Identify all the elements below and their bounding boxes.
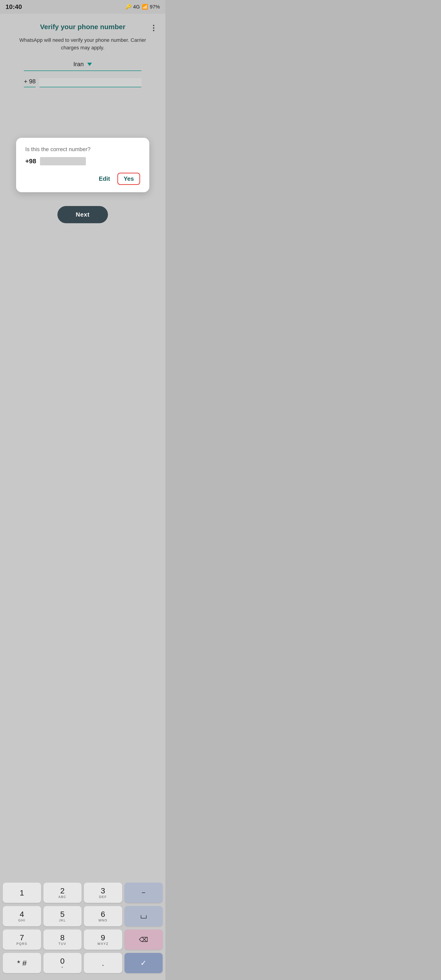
key-minus[interactable]: −	[124, 883, 163, 903]
header: Verify your phone number	[9, 23, 156, 31]
signal-icon: 4G	[133, 4, 140, 10]
chevron-down-icon	[87, 63, 92, 66]
key-3[interactable]: 3 DEF	[84, 883, 122, 903]
keyboard-row-1: 1 2 ABC 3 DEF −	[3, 883, 162, 903]
keyboard-row-3: 7 PQRS 8 TUV 9 WXYZ ⌫	[3, 929, 162, 950]
keyboard: 1 2 ABC 3 DEF − 4 GHI 5 JKL 6 MNO ⌴	[0, 879, 166, 980]
confirmation-dialog: Is this the correct number? +98 Edit Yes	[16, 138, 149, 192]
page-title: Verify your phone number	[40, 23, 126, 31]
key-space[interactable]: ⌴	[124, 906, 163, 926]
status-bar: 10:40 🔑 4G 📶 97%	[0, 0, 166, 14]
key-1[interactable]: 1	[3, 883, 41, 903]
key-4[interactable]: 4 GHI	[3, 906, 41, 926]
battery-icon: 97%	[150, 4, 160, 10]
dialog-actions: Edit Yes	[25, 173, 140, 185]
more-dots-icon	[153, 25, 154, 31]
key-6[interactable]: 6 MNO	[84, 906, 122, 926]
dialog-prefix: +98	[25, 158, 36, 165]
dialog-number-blurred	[40, 157, 86, 165]
country-selector[interactable]: Iran	[24, 60, 142, 71]
dialog-number-row: +98	[25, 157, 140, 165]
key-8[interactable]: 8 TUV	[43, 929, 82, 950]
key-confirm[interactable]: ✓	[124, 953, 163, 973]
phone-input-row: + 98	[24, 78, 142, 87]
status-icons: 🔑 4G 📶 97%	[125, 4, 160, 10]
dialog-overlay: Is this the correct number? +98 Edit Yes	[9, 138, 156, 192]
key-star-hash[interactable]: * #	[3, 953, 41, 973]
subtitle-text: WhatsApp will need to verify your phone …	[9, 36, 156, 51]
app-area: Verify your phone number WhatsApp will n…	[0, 14, 166, 879]
next-button-container: Next	[9, 206, 156, 223]
more-menu-button[interactable]	[151, 23, 156, 33]
key-9[interactable]: 9 WXYZ	[84, 929, 122, 950]
keyboard-row-4: * # 0 + . ✓	[3, 953, 162, 973]
status-time: 10:40	[5, 3, 22, 11]
dialog-question: Is this the correct number?	[25, 146, 140, 153]
next-button[interactable]: Next	[57, 206, 108, 223]
country-code: + 98	[24, 78, 36, 87]
key-backspace[interactable]: ⌫	[124, 929, 163, 950]
key-5[interactable]: 5 JKL	[43, 906, 82, 926]
key-2[interactable]: 2 ABC	[43, 883, 82, 903]
key-0[interactable]: 0 +	[43, 953, 82, 973]
key-icon: 🔑	[125, 4, 131, 10]
keyboard-row-2: 4 GHI 5 JKL 6 MNO ⌴	[3, 906, 162, 926]
country-name: Iran	[73, 60, 84, 68]
key-7[interactable]: 7 PQRS	[3, 929, 41, 950]
key-dot[interactable]: .	[84, 953, 122, 973]
yes-button[interactable]: Yes	[117, 173, 140, 185]
edit-button[interactable]: Edit	[99, 175, 110, 182]
wifi-icon: 📶	[142, 4, 148, 10]
phone-number-input[interactable]	[39, 78, 142, 87]
